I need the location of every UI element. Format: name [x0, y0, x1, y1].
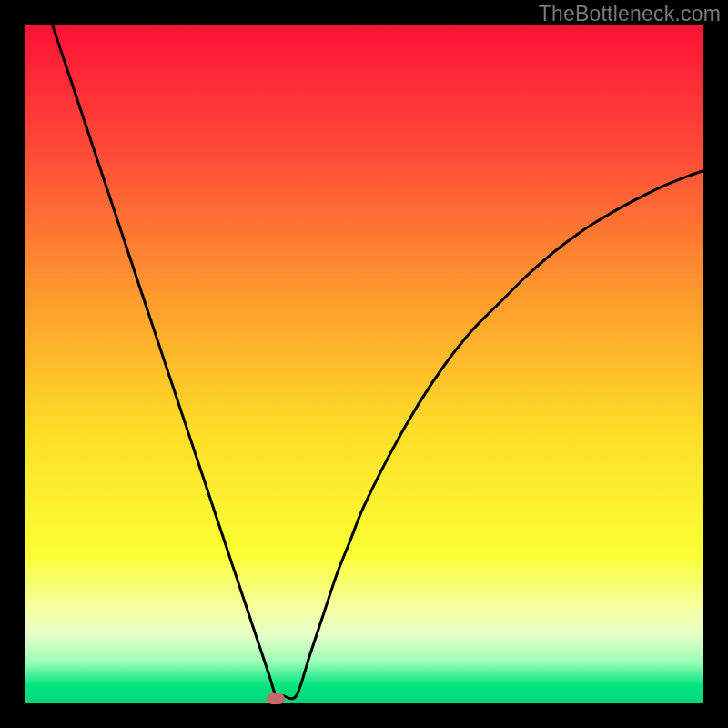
chart-svg: [25, 25, 703, 703]
gradient-background: [25, 25, 703, 703]
watermark-text: TheBottleneck.com: [539, 2, 721, 26]
chart-frame: TheBottleneck.com: [0, 0, 728, 728]
plot-area: [25, 25, 703, 703]
optimal-point-marker: [267, 693, 285, 704]
